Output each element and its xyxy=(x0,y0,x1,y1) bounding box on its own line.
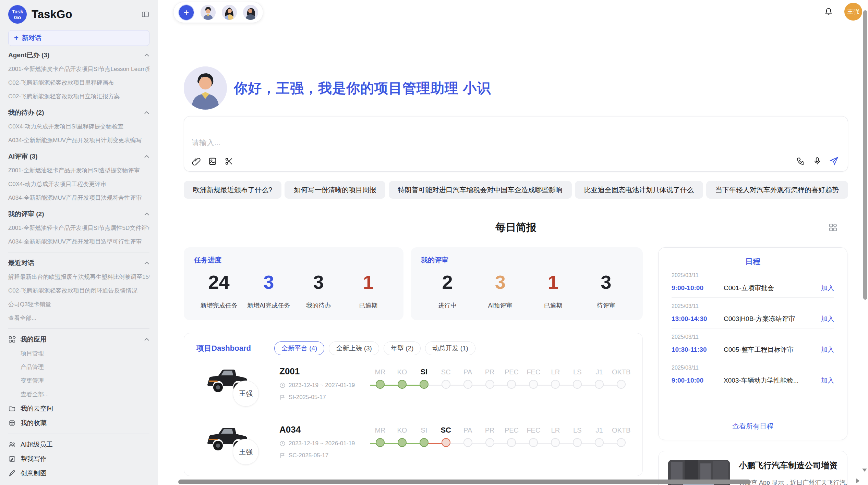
chat-input-card[interactable]: 请输入... xyxy=(184,116,848,172)
horizontal-scrollbar[interactable] xyxy=(178,480,751,484)
sidebar-section-header[interactable]: AI评审 (3) xyxy=(8,149,149,164)
event-date: 2025/03/11 xyxy=(672,365,834,371)
sidebar-item[interactable]: C02-飞腾新能源轻客改款项目立项汇报方案 xyxy=(8,90,149,103)
phone-icon[interactable] xyxy=(796,157,805,165)
join-link[interactable]: 加入 xyxy=(821,284,834,293)
stat-label: 待评审 xyxy=(580,301,632,310)
sidebar-item[interactable]: A034-全新新能源MUV产品开发项目法规符合性评审 xyxy=(8,191,149,205)
sidebar-item[interactable]: Z001-全新燃油皮卡产品开发项目SI节点Lesson Learn报告 xyxy=(8,62,149,76)
dashboard-tab[interactable]: 动总开发 (1) xyxy=(425,341,475,355)
scroll-down-arrow[interactable] xyxy=(862,469,867,472)
app-item[interactable]: 项目管理 xyxy=(8,347,149,360)
project-row: 王强A0342023-12-19 ~ 2026-01-19SC-2025-05-… xyxy=(196,424,632,472)
sidebar-tool-write[interactable]: 帮我写作 xyxy=(8,452,149,466)
suggestion-chip[interactable]: 当下年轻人对汽车外观有怎样的喜好趋势 xyxy=(706,181,848,199)
event-title: C005-整车工程目标评审 xyxy=(724,345,821,354)
project-code: Z001 xyxy=(279,366,369,377)
recent-chat-item[interactable]: 解释最新出台的欧盟报废车法规再生塑料比例被调至15%... xyxy=(8,270,149,284)
milestone-label: LS xyxy=(566,424,588,437)
sidebar-item[interactable]: C02-飞腾新能源轻客改款项目里程碑画布 xyxy=(8,76,149,90)
microphone-icon[interactable] xyxy=(813,157,822,165)
sidebar-item[interactable]: C0X4-动力总成开发项目SI里程碑提交物检查 xyxy=(8,120,149,134)
stat-grid: 2进行中3AI预评审1已逾期3待评审 xyxy=(421,271,632,310)
join-link[interactable]: 加入 xyxy=(821,376,834,385)
project-image-wrap: 王强 xyxy=(205,424,249,462)
project-image-wrap: 王强 xyxy=(205,365,249,404)
recent-chat-item[interactable]: 公司Q3轻卡销量 xyxy=(8,298,149,311)
join-link[interactable]: 加入 xyxy=(821,345,834,354)
dashboard-tab[interactable]: 全新平台 (4) xyxy=(274,341,325,355)
milestone-dot xyxy=(463,438,472,447)
sidebar-item[interactable]: Z001-全新燃油轻卡产品开发项目SI造型提交物评审 xyxy=(8,164,149,177)
sidebar-section-header[interactable]: 我的待办 (2) xyxy=(8,105,149,120)
suggestion-chip[interactable]: 比亚迪全固态电池计划具体说了什么 xyxy=(575,181,703,199)
send-icon[interactable] xyxy=(829,156,839,166)
stat-card: 任务进度24新增完成任务3新增AI完成任务3我的待办1已逾期 xyxy=(184,247,403,320)
milestone-dot xyxy=(420,380,429,389)
sidebar-item[interactable]: A034-全新新能源MUV产品开发项目造型可行性评审 xyxy=(8,235,149,249)
sidebar-item[interactable]: A034-全新新能源MUV产品开发项目计划变更表编写 xyxy=(8,134,149,147)
new-chat-button[interactable]: + 新对话 xyxy=(8,30,149,46)
project-dashboard-card: 项目Dashboard 全新平台 (4)全新上装 (3)年型 (2)动总开发 (… xyxy=(184,333,643,476)
dashboard-tab[interactable]: 全新上装 (3) xyxy=(329,341,379,355)
scroll-right-arrow[interactable] xyxy=(856,478,859,483)
stat-card-title: 任务进度 xyxy=(194,256,393,265)
dashboard-tab[interactable]: 年型 (2) xyxy=(384,341,421,355)
recent-view-all[interactable]: 查看全部... xyxy=(8,311,149,325)
milestone-cell xyxy=(457,380,479,391)
sidebar-tool-pen[interactable]: 创意制图 xyxy=(8,466,149,481)
sidebar-tool-users[interactable]: AI超级员工 xyxy=(8,437,149,452)
sidebar-tools: AI超级员工帮我写作创意制图 xyxy=(8,437,149,481)
milestone-cell xyxy=(610,380,632,391)
plus-icon: + xyxy=(14,34,19,42)
image-icon[interactable] xyxy=(208,157,217,166)
join-link[interactable]: 加入 xyxy=(821,314,834,323)
assistant-avatar xyxy=(184,66,227,110)
stat-value: 2 xyxy=(421,271,474,293)
taskgo-app: TaskGo TaskGo + 新对话 Agent已办 (3)Z001-全新燃油… xyxy=(0,0,868,485)
event-row: 13:00-14:30C003|H0B-方案冻结评审加入 xyxy=(672,314,834,323)
apps-view-all[interactable]: 查看全部... xyxy=(8,388,149,401)
milestone-cell xyxy=(588,438,610,449)
milestone-dot xyxy=(398,380,407,389)
suggestion-chip[interactable]: 欧洲新规最近颁布了什么? xyxy=(184,181,281,199)
project-code: A034 xyxy=(279,424,369,435)
app-item[interactable]: 变更管理 xyxy=(8,374,149,388)
layout-grid-icon[interactable] xyxy=(828,223,838,232)
project-dates: 2023-12-19 ~ 2026-01-19 xyxy=(279,440,369,447)
chevron-up-icon xyxy=(144,338,149,341)
sidebar-section-header[interactable]: 我的评审 (2) xyxy=(8,207,149,221)
app-item[interactable]: 产品管理 xyxy=(8,360,149,374)
sidebar-item[interactable]: C0X4-动力总成开发项目工程变更评审 xyxy=(8,177,149,191)
sidebar-item-favorites[interactable]: 我的收藏 xyxy=(8,416,149,430)
chat-input[interactable]: 请输入... xyxy=(192,138,220,148)
milestone-cell xyxy=(435,380,457,391)
milestone-label: MR xyxy=(369,365,391,378)
milestone-cell xyxy=(369,438,391,449)
suggestion-chip[interactable]: 如何写一份清晰的项目周报 xyxy=(285,181,385,199)
stat-grid: 24新增完成任务3新增AI完成任务3我的待办1已逾期 xyxy=(194,271,393,310)
milestone-cell xyxy=(566,438,588,449)
scissors-icon[interactable] xyxy=(225,157,233,166)
sidebar-item-cloud-space[interactable]: 我的云空间 xyxy=(8,401,149,416)
stat-label: 已逾期 xyxy=(343,301,393,310)
milestone-dot xyxy=(595,380,604,389)
milestone-dot xyxy=(463,380,472,389)
attachment-icon[interactable] xyxy=(192,157,201,166)
suggestion-chip[interactable]: 特朗普可能对进口汽车增税会对中国车企造成哪些影响 xyxy=(389,181,572,199)
sidebar-item[interactable]: Z001-全新燃油轻卡产品开发项目SI节点属性5D文件评审 xyxy=(8,221,149,235)
flag-icon xyxy=(279,394,286,400)
sidebar-collapse-icon[interactable] xyxy=(141,10,149,18)
vertical-scrollbar[interactable] xyxy=(863,10,867,300)
project-info: A0342023-12-19 ~ 2026-01-19SC-2025-05-17 xyxy=(279,424,369,472)
recent-chat-item[interactable]: C02-飞腾新能源轻客改款项目的闭环通告反馈情况 xyxy=(8,284,149,298)
milestone-dot xyxy=(420,438,429,447)
sidebar-section-header[interactable]: Agent已办 (3) xyxy=(8,48,149,62)
my-apps-header[interactable]: 我的应用 xyxy=(8,332,149,347)
stat-label: AI预评审 xyxy=(474,301,527,310)
write-icon xyxy=(8,455,16,463)
recent-chats-header[interactable]: 最近对话 xyxy=(8,256,149,270)
milestone-label: LR xyxy=(544,424,566,437)
view-all-schedule-link[interactable]: 查看所有日程 xyxy=(672,422,834,432)
tool-label: 帮我写作 xyxy=(21,455,47,463)
